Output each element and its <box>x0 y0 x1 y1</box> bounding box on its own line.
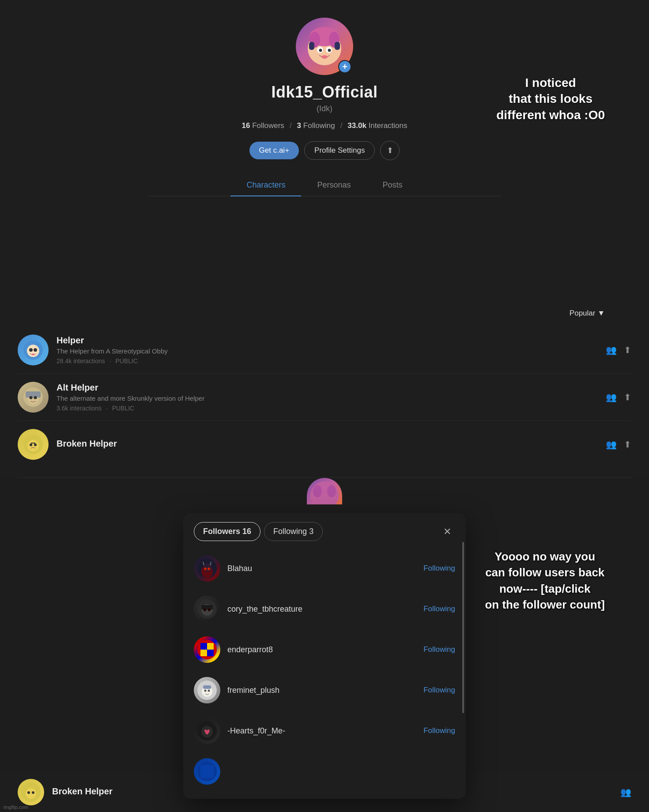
modal-close-button[interactable]: ✕ <box>439 524 455 540</box>
character-name: Broken Helper <box>57 439 598 449</box>
svg-point-25 <box>30 444 32 446</box>
svg-rect-5 <box>335 42 340 50</box>
follower-avatar-cory <box>194 596 220 622</box>
alt-helper-avatar-icon <box>22 386 44 408</box>
popular-filter-button[interactable]: Popular ▼ <box>570 309 605 318</box>
tabs-row: Characters Personas Posts <box>148 174 501 196</box>
svg-rect-52 <box>200 765 214 778</box>
followers-modal: Followers 16 Following 3 ✕ <box>183 513 466 799</box>
svg-rect-42 <box>200 650 207 656</box>
character-avatar-helper <box>18 335 49 365</box>
bottom-character-name: Broken Helper <box>52 786 113 797</box>
svg-point-56 <box>32 791 34 794</box>
partial-avatar-icon <box>197 761 217 782</box>
follower-avatar-hearts <box>194 718 220 744</box>
follower-item[interactable] <box>183 751 466 792</box>
follower-name-hearts: -Hearts_f0r_Me- <box>227 726 416 736</box>
profile-settings-button[interactable]: Profile Settings <box>304 141 375 160</box>
svg-point-16 <box>32 353 34 355</box>
svg-point-33 <box>208 568 210 570</box>
follower-item[interactable]: enderparrot8 Following <box>183 629 466 670</box>
svg-rect-4 <box>309 42 314 50</box>
follower-item[interactable]: freminet_plush Following <box>183 670 466 710</box>
add-avatar-button[interactable]: + <box>338 60 351 73</box>
character-name: Alt Helper <box>57 383 598 393</box>
character-share-button[interactable]: ⬆ <box>624 439 631 450</box>
bottom-character-edit-button[interactable]: 👥 <box>620 787 631 797</box>
scrollbar[interactable] <box>462 542 464 713</box>
separator-1: / <box>290 121 292 130</box>
share-button[interactable]: ⬆ <box>380 141 400 160</box>
svg-point-26 <box>34 444 37 446</box>
following-button-blahau[interactable]: Following <box>423 564 455 573</box>
follower-name-freminet: freminet_plush <box>227 686 416 695</box>
following-button-ender[interactable]: Following <box>423 645 455 654</box>
helper-avatar-icon <box>22 339 44 361</box>
follower-item[interactable]: -Hearts_f0r_Me- Following <box>183 710 466 751</box>
character-share-button[interactable]: ⬆ <box>624 345 631 355</box>
bottom-character-actions: 👥 <box>620 787 631 797</box>
character-item[interactable]: Broken Helper 👥 ⬆ <box>18 421 631 478</box>
character-item[interactable]: Helper The Helper from A Stereotypical O… <box>18 327 631 374</box>
stats-row: 16 Followers / 3 Following / 33.0k Inter… <box>241 121 407 130</box>
interactions-count: 33.0k <box>347 121 366 130</box>
profile-section: I noticed that this looks different whoa… <box>0 0 649 300</box>
character-actions: 👥 ⬆ <box>606 345 631 355</box>
popular-filter-row: Popular ▼ <box>18 309 631 318</box>
modal-tab-following[interactable]: Following 3 <box>264 522 323 541</box>
following-button-cory[interactable]: Following <box>423 605 455 613</box>
svg-point-54 <box>26 788 36 799</box>
ender-avatar-icon <box>197 639 217 660</box>
character-avatar-alt <box>18 382 49 413</box>
annotation-top: I noticed that this looks different whoa… <box>496 75 605 123</box>
character-name: Helper <box>57 335 598 346</box>
character-actions: 👥 ⬆ <box>606 439 631 450</box>
svg-point-10 <box>321 55 328 59</box>
interactions-stat[interactable]: 33.0k Interactions <box>347 121 407 130</box>
following-button-hearts[interactable]: Following <box>423 726 455 735</box>
separator-2: / <box>340 121 343 130</box>
following-count: 3 <box>297 121 301 130</box>
modal-header: Followers 16 Following 3 ✕ <box>183 513 466 541</box>
svg-point-8 <box>319 49 322 52</box>
character-desc: The Helper from A Stereotypical Obby <box>57 347 598 355</box>
character-share-button[interactable]: ⬆ <box>624 392 631 402</box>
tab-personas[interactable]: Personas <box>301 174 366 196</box>
svg-point-47 <box>208 690 210 692</box>
followers-count: 16 <box>241 121 250 130</box>
character-edit-button[interactable]: 👥 <box>606 439 617 450</box>
follower-item[interactable]: cory_the_tbhcreature Following <box>183 589 466 629</box>
tab-posts[interactable]: Posts <box>367 174 419 196</box>
svg-point-20 <box>30 396 33 399</box>
svg-point-38 <box>208 609 211 611</box>
character-avatar-broken <box>18 429 49 460</box>
svg-point-32 <box>204 568 207 570</box>
cory-avatar-icon <box>197 599 217 619</box>
svg-point-29 <box>327 485 336 497</box>
peeking-avatar-image <box>307 478 342 504</box>
following-stat[interactable]: 3 Following <box>297 121 335 130</box>
follower-name-cory: cory_the_tbhcreature <box>227 605 416 614</box>
profile-username: Idk15_Official <box>271 83 377 102</box>
character-edit-button[interactable]: 👥 <box>606 392 617 402</box>
followers-stat[interactable]: 16 Followers <box>241 121 284 130</box>
peeking-avatar <box>307 478 342 504</box>
following-button-freminet[interactable]: Following <box>423 686 455 695</box>
svg-point-37 <box>204 609 206 611</box>
tab-characters[interactable]: Characters <box>230 174 301 196</box>
profile-buttons: Get c.ai+ Profile Settings ⬆ <box>249 141 400 160</box>
character-item[interactable]: Alt Helper The alternate and more Skrunk… <box>18 374 631 421</box>
get-cai-button[interactable]: Get c.ai+ <box>249 142 299 159</box>
watermark: imgflip.com <box>4 804 28 810</box>
character-edit-button[interactable]: 👥 <box>606 345 617 355</box>
modal-container: Followers 16 Following 3 ✕ <box>183 513 466 799</box>
character-actions: 👥 ⬆ <box>606 392 631 402</box>
modal-body: Blahau Following cory_the_tbh <box>183 541 466 799</box>
characters-section: Popular ▼ Helper The Helper from A Stere… <box>0 300 649 478</box>
broken-helper-avatar-icon <box>22 433 44 455</box>
modal-tab-followers[interactable]: Followers 16 <box>194 522 260 541</box>
freminet-avatar-icon <box>197 680 217 700</box>
follower-item[interactable]: Blahau Following <box>183 548 466 589</box>
character-meta: 3.6k interactions · PUBLIC <box>57 405 598 412</box>
svg-point-13 <box>29 348 33 352</box>
